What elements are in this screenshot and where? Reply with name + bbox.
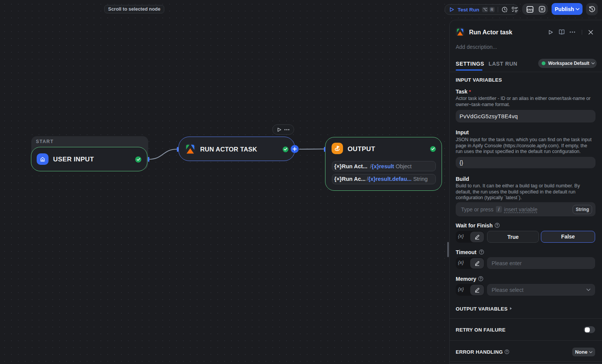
svg-text:ENV: ENV bbox=[527, 8, 533, 11]
